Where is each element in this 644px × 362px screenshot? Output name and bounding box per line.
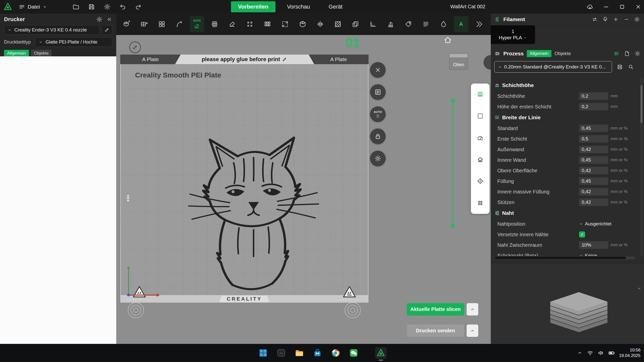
- param-input[interactable]: 0,42: [579, 146, 608, 153]
- settings-icon[interactable]: [104, 3, 111, 10]
- mirror-icon[interactable]: [313, 16, 328, 32]
- param-dropdown[interactable]: Keine: [579, 253, 597, 256]
- hollow-icon[interactable]: [331, 16, 345, 32]
- redo-icon[interactable]: [135, 3, 142, 10]
- param-input[interactable]: 0,42: [579, 198, 608, 206]
- scrollbar-thumb[interactable]: [495, 257, 626, 259]
- support-category-icon[interactable]: [477, 156, 484, 163]
- mode-tab[interactable]: Vorschau: [287, 4, 310, 10]
- edit-printer-button[interactable]: [102, 25, 112, 35]
- height-ruler-icon[interactable]: [124, 194, 132, 203]
- param-input[interactable]: 0,45: [579, 156, 608, 164]
- collapse-panel-icon[interactable]: [106, 16, 112, 22]
- param-input[interactable]: 0,5: [579, 135, 608, 143]
- add-filament-icon[interactable]: [613, 16, 619, 22]
- filament-settings-icon[interactable]: [634, 16, 640, 22]
- rename-plate-button[interactable]: [129, 42, 141, 53]
- plate-settings-button[interactable]: [370, 151, 386, 166]
- save-icon[interactable]: [88, 3, 95, 10]
- chrome-icon[interactable]: [330, 347, 341, 359]
- maximize-icon[interactable]: [619, 4, 625, 10]
- printer-select[interactable]: Creality Ender-3 V3 KE 0.4 nozzle: [4, 25, 100, 35]
- save-profile-icon[interactable]: [617, 64, 623, 70]
- measure-icon[interactable]: [366, 16, 380, 32]
- home-view-icon[interactable]: [443, 35, 452, 45]
- undo-icon[interactable]: [119, 3, 126, 10]
- wifi-icon[interactable]: [587, 350, 593, 356]
- compare-profile-icon[interactable]: [624, 51, 630, 57]
- close-icon[interactable]: [635, 4, 641, 10]
- more-tools-icon[interactable]: [471, 16, 486, 32]
- param-input[interactable]: 0,2: [579, 92, 608, 100]
- minimize-icon[interactable]: [603, 4, 609, 10]
- bed-type-select[interactable]: Glatte PEI-Platte / Hochte: [35, 37, 112, 47]
- slider-handle-bottom[interactable]: [451, 224, 455, 228]
- cloud-upload-icon[interactable]: [587, 4, 593, 10]
- object-list-icon[interactable]: [419, 16, 433, 32]
- pinned-app-icon[interactable]: [275, 347, 287, 359]
- param-input[interactable]: 0,45: [579, 125, 608, 132]
- color-paint-icon[interactable]: [436, 16, 451, 32]
- expand-section-icon[interactable]: [636, 286, 642, 291]
- process-tab[interactable]: Objekte: [554, 51, 571, 56]
- scrollbar-thumb[interactable]: [640, 85, 642, 123]
- remove-filament-icon[interactable]: [623, 16, 629, 22]
- file-explorer-icon[interactable]: [294, 347, 305, 359]
- file-menu[interactable]: Datei: [19, 0, 47, 14]
- send-options-button[interactable]: [467, 325, 478, 337]
- slice-options-button[interactable]: [467, 303, 478, 315]
- slice-plate-button[interactable]: Aktuelle Platte slicen: [407, 303, 464, 315]
- search-settings-icon[interactable]: [628, 64, 634, 70]
- swap-filament-icon[interactable]: [592, 16, 598, 22]
- arrange-icon[interactable]: [154, 16, 169, 32]
- volume-icon[interactable]: [597, 350, 604, 356]
- orient-icon[interactable]: [172, 16, 187, 32]
- text-tool-icon[interactable]: A: [454, 16, 468, 32]
- edit-note-icon[interactable]: [282, 57, 287, 62]
- scale-icon[interactable]: [278, 16, 292, 32]
- parameter-table-icon[interactable]: [613, 51, 619, 57]
- others-category-icon[interactable]: [477, 199, 484, 207]
- printer-settings-icon[interactable]: [96, 16, 103, 23]
- support-paint-icon[interactable]: [383, 16, 398, 32]
- auto-paint-button[interactable]: AUTO: [370, 106, 386, 122]
- printer-tab[interactable]: Objekte: [31, 50, 52, 57]
- creality-print-icon[interactable]: [375, 347, 387, 359]
- plate-surface[interactable]: Creality Smooth PEI Plate: [120, 64, 369, 295]
- process-tab[interactable]: Allgemein: [527, 50, 552, 57]
- filament-slot-1[interactable]: 1 Hyper PLA: [491, 25, 535, 44]
- navigation-ball[interactable]: [484, 55, 491, 70]
- mode-tab[interactable]: Vorbereiten: [231, 1, 275, 12]
- open-file-icon[interactable]: [72, 3, 79, 10]
- fill-plate-icon[interactable]: [243, 16, 257, 32]
- battery-icon[interactable]: [608, 349, 615, 356]
- replicate-icon[interactable]: [260, 16, 275, 32]
- plate-list-button[interactable]: [370, 84, 386, 100]
- plate-category-icon[interactable]: [477, 112, 484, 119]
- plate-tab-left[interactable]: A Plate: [120, 55, 181, 64]
- store-icon[interactable]: [312, 347, 323, 359]
- merge-icon[interactable]: [207, 16, 222, 32]
- assembly-icon[interactable]: [295, 16, 310, 32]
- view-cube[interactable]: Oben: [449, 54, 468, 70]
- tray-expand-icon[interactable]: [577, 350, 583, 356]
- add-model-icon[interactable]: [119, 16, 134, 32]
- layer-range-slider[interactable]: [452, 100, 453, 226]
- viewport-3d[interactable]: A Plate please apply glue before print A…: [116, 35, 491, 344]
- send-print-button[interactable]: Drucken senden: [407, 325, 464, 337]
- vertical-scrollbar[interactable]: [640, 78, 643, 257]
- wechat-icon[interactable]: [348, 347, 359, 359]
- param-dropdown[interactable]: Ausgerichtet: [579, 221, 612, 227]
- horizontal-scrollbar[interactable]: [494, 256, 635, 259]
- clone-icon[interactable]: [348, 16, 363, 32]
- param-input[interactable]: 0,2: [579, 103, 608, 110]
- printer-tab[interactable]: Allgemein: [4, 50, 29, 57]
- cat-model[interactable]: [179, 131, 328, 300]
- param-input[interactable]: 0,45: [579, 177, 608, 185]
- slider-handle-top[interactable]: [451, 99, 455, 103]
- add-plate-icon[interactable]: [137, 16, 151, 32]
- start-button[interactable]: [257, 347, 269, 359]
- profile-select[interactable]: 0.20mm Standard @Creality Ender-3 V3 KE …: [494, 61, 612, 73]
- close-plate-button[interactable]: [370, 62, 386, 78]
- advanced-settings-icon[interactable]: [634, 51, 640, 57]
